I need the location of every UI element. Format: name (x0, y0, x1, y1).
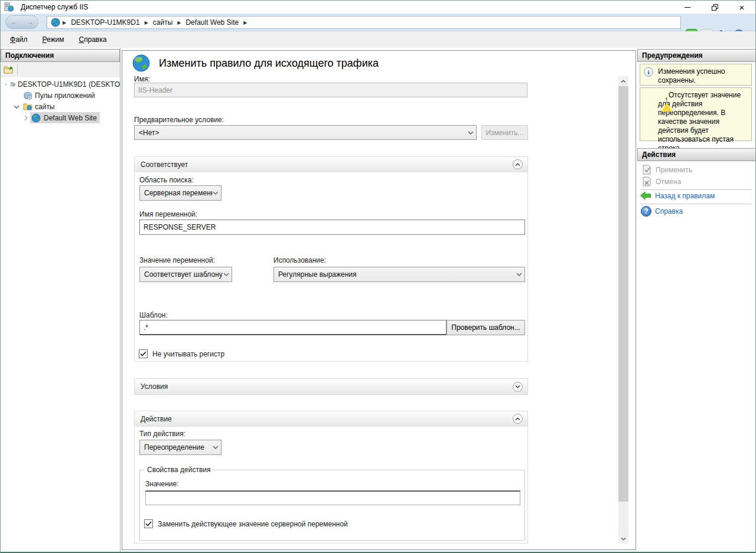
scope-label: Область поиска: (139, 176, 194, 184)
tree-item-label: Default Web Site (44, 114, 97, 122)
crumb-sites[interactable]: сайты (153, 18, 173, 27)
variable-name-label: Имя переменной: (139, 210, 197, 218)
actions-pane-header: Действия (637, 148, 756, 161)
collapsed-chevron-icon[interactable] (23, 115, 29, 121)
save-connections-icon[interactable] (4, 64, 14, 75)
collapse-icon[interactable] (513, 414, 523, 424)
crumb-server[interactable]: DESKTOP-U1MK9D1 (71, 18, 139, 27)
alerts-pane-title: Предупреждения (642, 51, 703, 60)
chevron-down-icon (213, 191, 219, 195)
cancel-label: Отмена (656, 178, 681, 186)
minimize-button[interactable] (674, 1, 701, 14)
pattern-label: Шаблон: (139, 311, 168, 319)
restore-icon (712, 4, 718, 11)
action-type-select[interactable]: Переопределение (139, 440, 221, 455)
edit-precondition-button: Изменить... (481, 125, 528, 140)
close-button[interactable]: × (728, 1, 755, 14)
check-icon (145, 521, 152, 526)
action-type-label: Тип действия: (139, 430, 185, 438)
menu-view[interactable]: Режим (37, 33, 70, 46)
pane-divider[interactable] (120, 48, 120, 553)
using-select[interactable]: Регулярные выражения (273, 267, 525, 282)
web-site-globe-icon (31, 113, 41, 123)
replace-value-checkbox[interactable] (144, 519, 153, 528)
alert-warning: ! Отсутствует значение для действия пере… (640, 87, 752, 141)
restore-button[interactable] (701, 1, 728, 14)
conditions-section-title: Условия (141, 382, 168, 391)
crumb-separator-icon: ▶ (243, 20, 247, 25)
forward-icon[interactable]: → (26, 18, 34, 27)
address-bar: ← → ▶ DESKTOP-U1MK9D1 ▶ сайты ▶ Default … (1, 14, 755, 31)
menu-file[interactable]: Файл (5, 33, 33, 46)
alerts-pane-header: Предупреждения (637, 49, 756, 62)
help-link[interactable]: ? Справка (641, 206, 683, 217)
info-icon: i (644, 67, 653, 77)
outbound-rule-globe-icon (132, 54, 151, 73)
using-label: Использование: (273, 256, 326, 264)
match-section-header[interactable]: Соответствует (135, 157, 527, 172)
ignore-case-label[interactable]: Не учитывать регистр (152, 350, 224, 358)
back-to-rules-label: Назад к правилам (655, 192, 715, 200)
variable-value-label: Значение переменной: (139, 256, 215, 264)
help-label: Справка (655, 207, 683, 215)
crumb-separator-icon: ▶ (145, 20, 148, 25)
toolbar-separator (17, 64, 18, 75)
ignore-case-checkbox[interactable] (139, 349, 148, 358)
action-properties-legend: Свойства действия (145, 466, 213, 474)
conditions-section: Условия (134, 378, 528, 395)
precondition-label: Предварительное условие: (134, 116, 224, 124)
scroll-down-icon (621, 537, 626, 541)
action-value-field[interactable] (145, 490, 520, 505)
variable-value-select[interactable]: Соответствует шаблону (139, 267, 232, 282)
action-value-label: Значение: (145, 480, 179, 488)
scroll-up-button[interactable] (618, 76, 628, 86)
chevron-down-icon (223, 273, 229, 276)
chevron-down-icon (213, 446, 219, 449)
crumb-default-web-site[interactable]: Default Web Site (185, 18, 239, 27)
tree-item-label: DESKTOP-U1MK9D1 (DESKTO (18, 80, 120, 89)
scrollbar-thumb[interactable] (618, 86, 628, 502)
sites-folder-icon (23, 102, 32, 112)
test-pattern-button[interactable]: Проверить шаблон... (447, 320, 525, 335)
breadcrumb[interactable]: ▶ DESKTOP-U1MK9D1 ▶ сайты ▶ Default Web … (47, 16, 681, 29)
app-icon (4, 2, 14, 12)
close-icon: × (739, 3, 745, 12)
iis-manager-window: Диспетчер служб IIS × ← → ▶ DESKT (0, 0, 756, 553)
apply-label: Применить (656, 166, 692, 174)
chevron-down-icon (516, 273, 522, 276)
tree-item-default-web-site[interactable]: Default Web Site (1, 112, 120, 123)
crumb-separator-icon: ▶ (177, 20, 181, 25)
replace-value-label[interactable]: Заменить действующее значение серверной … (158, 520, 348, 528)
collapse-icon[interactable] (513, 159, 523, 169)
actions-separator (641, 189, 752, 190)
pattern-field[interactable] (139, 320, 447, 335)
warning-exclamation: ! (666, 96, 667, 104)
warning-icon: ! (662, 94, 672, 112)
selected-tree-row[interactable]: Default Web Site (30, 112, 100, 123)
tree-item-app-pools[interactable]: Пулы приложений (1, 90, 120, 101)
variable-name-field[interactable] (139, 220, 525, 235)
menu-bar: Файл Режим Справка (1, 31, 755, 48)
connections-toolbar (1, 62, 120, 77)
test-pattern-label: Проверить шаблон... (451, 323, 520, 332)
action-section-header[interactable]: Действие (135, 411, 527, 427)
action-type-value: Переопределение (144, 443, 204, 451)
scroll-down-button[interactable] (618, 534, 628, 544)
precondition-select[interactable]: <Нет> (134, 125, 477, 140)
apply-action: Применить (642, 165, 692, 175)
back-to-rules-link[interactable]: Назад к правилам (640, 191, 715, 200)
actions-separator (641, 204, 752, 204)
vertical-scrollbar[interactable] (618, 76, 628, 544)
expand-icon[interactable] (513, 382, 523, 392)
tree-item-server[interactable]: DESKTOP-U1MK9D1 (DESKTO (1, 78, 120, 90)
tree-item-sites[interactable]: сайты (1, 101, 120, 112)
back-icon[interactable]: ← (10, 18, 18, 27)
expanded-chevron-icon[interactable] (4, 81, 7, 87)
action-properties-group: Свойства действия (139, 470, 525, 541)
menu-help[interactable]: Справка (74, 33, 112, 46)
conditions-section-header[interactable]: Условия (135, 379, 527, 394)
expanded-chevron-icon[interactable] (14, 104, 19, 110)
using-value: Регулярные выражения (278, 270, 357, 279)
cancel-action: Отмена (642, 176, 681, 186)
scope-select[interactable]: Серверная переменн (139, 185, 221, 201)
